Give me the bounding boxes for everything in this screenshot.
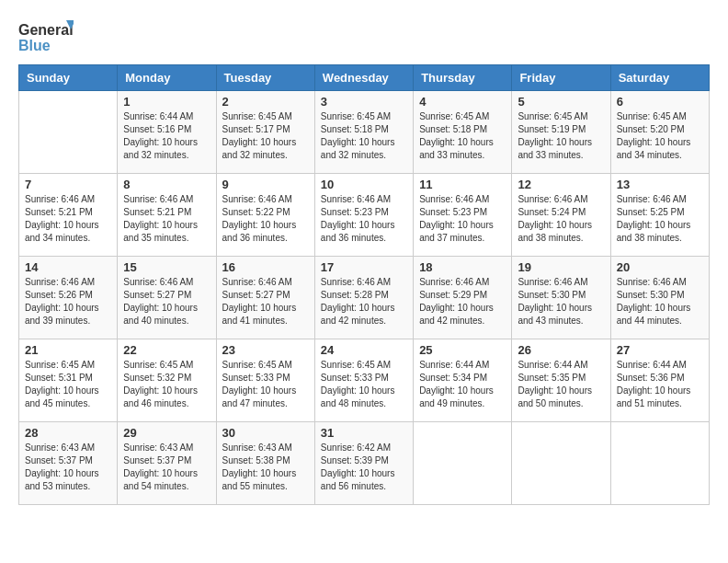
day-cell: 23Sunrise: 6:45 AMSunset: 5:33 PMDayligh… — [216, 339, 314, 422]
day-cell: 1Sunrise: 6:44 AMSunset: 5:16 PMDaylight… — [118, 91, 216, 174]
day-cell: 24Sunrise: 6:45 AMSunset: 5:33 PMDayligh… — [314, 339, 413, 422]
day-cell: 16Sunrise: 6:46 AMSunset: 5:27 PMDayligh… — [216, 257, 314, 339]
day-cell: 31Sunrise: 6:42 AMSunset: 5:39 PMDayligh… — [314, 422, 413, 505]
day-number: 27 — [617, 343, 703, 357]
day-info: Sunrise: 6:46 AMSunset: 5:23 PMDaylight:… — [321, 193, 407, 245]
day-cell: 7Sunrise: 6:46 AMSunset: 5:21 PMDaylight… — [19, 174, 118, 257]
day-cell: 11Sunrise: 6:46 AMSunset: 5:23 PMDayligh… — [414, 174, 512, 257]
day-number: 11 — [419, 178, 506, 191]
day-cell: 22Sunrise: 6:45 AMSunset: 5:32 PMDayligh… — [118, 339, 216, 422]
header-cell-friday: Friday — [512, 65, 610, 91]
day-number: 2 — [222, 95, 309, 109]
calendar-header: SundayMondayTuesdayWednesdayThursdayFrid… — [19, 65, 710, 91]
day-number: 7 — [25, 178, 111, 191]
week-row-4: 21Sunrise: 6:45 AMSunset: 5:31 PMDayligh… — [19, 339, 710, 422]
day-cell: 28Sunrise: 6:43 AMSunset: 5:37 PMDayligh… — [19, 422, 118, 505]
day-info: Sunrise: 6:45 AMSunset: 5:20 PMDaylight:… — [617, 110, 703, 162]
day-info: Sunrise: 6:43 AMSunset: 5:37 PMDaylight:… — [25, 442, 111, 493]
day-cell — [610, 422, 709, 505]
day-info: Sunrise: 6:46 AMSunset: 5:29 PMDaylight:… — [419, 276, 506, 327]
day-number: 30 — [222, 426, 309, 440]
day-info: Sunrise: 6:45 AMSunset: 5:17 PMDaylight:… — [222, 110, 309, 162]
day-number: 13 — [617, 178, 703, 191]
day-number: 6 — [617, 95, 703, 109]
day-cell: 3Sunrise: 6:45 AMSunset: 5:18 PMDaylight… — [314, 91, 413, 174]
day-cell: 6Sunrise: 6:45 AMSunset: 5:20 PMDaylight… — [610, 91, 709, 174]
day-info: Sunrise: 6:43 AMSunset: 5:37 PMDaylight:… — [123, 442, 210, 493]
day-info: Sunrise: 6:46 AMSunset: 5:30 PMDaylight:… — [518, 276, 604, 327]
day-cell: 15Sunrise: 6:46 AMSunset: 5:27 PMDayligh… — [118, 257, 216, 339]
week-row-3: 14Sunrise: 6:46 AMSunset: 5:26 PMDayligh… — [19, 257, 710, 339]
day-info: Sunrise: 6:46 AMSunset: 5:21 PMDaylight:… — [25, 193, 111, 245]
day-info: Sunrise: 6:44 AMSunset: 5:35 PMDaylight:… — [518, 359, 604, 410]
day-number: 9 — [222, 178, 309, 191]
day-cell: 18Sunrise: 6:46 AMSunset: 5:29 PMDayligh… — [414, 257, 512, 339]
day-cell: 20Sunrise: 6:46 AMSunset: 5:30 PMDayligh… — [610, 257, 709, 339]
day-info: Sunrise: 6:44 AMSunset: 5:16 PMDaylight:… — [123, 110, 210, 162]
day-info: Sunrise: 6:46 AMSunset: 5:24 PMDaylight:… — [518, 193, 604, 245]
week-row-1: 1Sunrise: 6:44 AMSunset: 5:16 PMDaylight… — [19, 91, 710, 174]
day-cell: 30Sunrise: 6:43 AMSunset: 5:38 PMDayligh… — [216, 422, 314, 505]
svg-text:General: General — [18, 22, 74, 38]
day-number: 18 — [419, 260, 506, 274]
day-cell: 13Sunrise: 6:46 AMSunset: 5:25 PMDayligh… — [610, 174, 709, 257]
header-cell-sunday: Sunday — [19, 65, 118, 91]
calendar-table: SundayMondayTuesdayWednesdayThursdayFrid… — [18, 64, 710, 505]
day-number: 16 — [222, 260, 309, 274]
day-number: 3 — [321, 95, 407, 109]
day-info: Sunrise: 6:46 AMSunset: 5:30 PMDaylight:… — [617, 276, 703, 327]
day-number: 19 — [518, 260, 604, 274]
day-info: Sunrise: 6:45 AMSunset: 5:32 PMDaylight:… — [123, 359, 210, 410]
day-cell: 14Sunrise: 6:46 AMSunset: 5:26 PMDayligh… — [19, 257, 118, 339]
day-info: Sunrise: 6:46 AMSunset: 5:27 PMDaylight:… — [222, 276, 309, 327]
day-info: Sunrise: 6:45 AMSunset: 5:18 PMDaylight:… — [321, 110, 407, 162]
day-cell: 19Sunrise: 6:46 AMSunset: 5:30 PMDayligh… — [512, 257, 610, 339]
day-info: Sunrise: 6:44 AMSunset: 5:36 PMDaylight:… — [617, 359, 703, 410]
day-cell: 25Sunrise: 6:44 AMSunset: 5:34 PMDayligh… — [414, 339, 512, 422]
header-row: SundayMondayTuesdayWednesdayThursdayFrid… — [19, 65, 710, 91]
header-cell-thursday: Thursday — [414, 65, 512, 91]
logo: GeneralBlue — [18, 18, 74, 55]
day-info: Sunrise: 6:46 AMSunset: 5:22 PMDaylight:… — [222, 193, 309, 245]
day-number: 24 — [321, 343, 407, 357]
header-cell-tuesday: Tuesday — [216, 65, 314, 91]
day-number: 8 — [123, 178, 210, 191]
day-cell: 12Sunrise: 6:46 AMSunset: 5:24 PMDayligh… — [512, 174, 610, 257]
day-number: 23 — [222, 343, 309, 357]
day-number: 26 — [518, 343, 604, 357]
day-cell: 9Sunrise: 6:46 AMSunset: 5:22 PMDaylight… — [216, 174, 314, 257]
day-info: Sunrise: 6:46 AMSunset: 5:26 PMDaylight:… — [25, 276, 111, 327]
day-info: Sunrise: 6:45 AMSunset: 5:31 PMDaylight:… — [25, 359, 111, 410]
day-cell: 4Sunrise: 6:45 AMSunset: 5:18 PMDaylight… — [414, 91, 512, 174]
day-number: 17 — [321, 260, 407, 274]
day-cell — [512, 422, 610, 505]
calendar-body: 1Sunrise: 6:44 AMSunset: 5:16 PMDaylight… — [19, 91, 710, 505]
day-cell — [414, 422, 512, 505]
day-info: Sunrise: 6:42 AMSunset: 5:39 PMDaylight:… — [321, 442, 407, 493]
day-number: 29 — [123, 426, 210, 440]
day-cell: 26Sunrise: 6:44 AMSunset: 5:35 PMDayligh… — [512, 339, 610, 422]
header-cell-saturday: Saturday — [610, 65, 709, 91]
day-info: Sunrise: 6:46 AMSunset: 5:25 PMDaylight:… — [617, 193, 703, 245]
day-info: Sunrise: 6:46 AMSunset: 5:21 PMDaylight:… — [123, 193, 210, 245]
day-info: Sunrise: 6:45 AMSunset: 5:19 PMDaylight:… — [518, 110, 604, 162]
day-cell: 10Sunrise: 6:46 AMSunset: 5:23 PMDayligh… — [314, 174, 413, 257]
header-cell-wednesday: Wednesday — [314, 65, 413, 91]
day-info: Sunrise: 6:45 AMSunset: 5:33 PMDaylight:… — [321, 359, 407, 410]
week-row-5: 28Sunrise: 6:43 AMSunset: 5:37 PMDayligh… — [19, 422, 710, 505]
day-info: Sunrise: 6:46 AMSunset: 5:23 PMDaylight:… — [419, 193, 506, 245]
page-header: GeneralBlue — [18, 18, 710, 55]
day-cell: 17Sunrise: 6:46 AMSunset: 5:28 PMDayligh… — [314, 257, 413, 339]
day-info: Sunrise: 6:44 AMSunset: 5:34 PMDaylight:… — [419, 359, 506, 410]
day-number: 5 — [518, 95, 604, 109]
week-row-2: 7Sunrise: 6:46 AMSunset: 5:21 PMDaylight… — [19, 174, 710, 257]
day-cell — [19, 91, 118, 174]
day-number: 22 — [123, 343, 210, 357]
day-info: Sunrise: 6:45 AMSunset: 5:33 PMDaylight:… — [222, 359, 309, 410]
day-info: Sunrise: 6:43 AMSunset: 5:38 PMDaylight:… — [222, 442, 309, 493]
day-cell: 27Sunrise: 6:44 AMSunset: 5:36 PMDayligh… — [610, 339, 709, 422]
day-info: Sunrise: 6:45 AMSunset: 5:18 PMDaylight:… — [419, 110, 506, 162]
day-cell: 29Sunrise: 6:43 AMSunset: 5:37 PMDayligh… — [118, 422, 216, 505]
day-number: 20 — [617, 260, 703, 274]
day-number: 21 — [25, 343, 111, 357]
